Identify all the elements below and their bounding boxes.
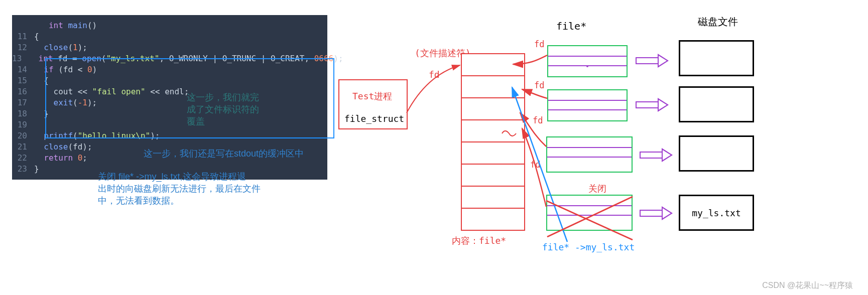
code-content: return 0;: [34, 153, 87, 164]
fd-cell-4: [461, 141, 525, 165]
fd-cell-6: [461, 186, 525, 209]
content-filestar: 内容：file*: [452, 235, 506, 247]
code-line: 13 int fd = open("my_ls.txt", O_WRONLY |…: [12, 53, 327, 64]
disk-file-0: [679, 40, 754, 76]
line-number: 22: [12, 153, 34, 164]
line-number: 15: [12, 75, 34, 86]
code-content: cout << "fail open" << endl;: [34, 86, 189, 97]
fd-small-2: fd: [533, 115, 543, 125]
code-content: {: [34, 31, 39, 42]
disk-file-1: [679, 86, 754, 122]
annotation-closefd: 关闭 file* ->my_ls.txt,这会导致进程退 出时的向磁盘刷新无法进…: [98, 171, 261, 207]
code-line: 12 close(1);: [12, 42, 327, 53]
file-struct-2: [546, 136, 633, 173]
code-line: 15 {: [12, 75, 327, 86]
header-filestar: file*: [556, 20, 586, 32]
arrow-to-disk-3: [640, 208, 673, 219]
line-number: 11: [12, 31, 34, 42]
header-disk: 磁盘文件: [698, 15, 738, 29]
arrow-to-disk-2: [640, 150, 673, 161]
myls-filestar: file* ->my_ls.txt: [542, 242, 635, 252]
code-line: int main(): [12, 20, 327, 31]
line-number: 16: [12, 86, 34, 97]
line-number: 23: [12, 164, 34, 175]
code-line: 18 }: [12, 108, 327, 119]
code-content: close(1);: [34, 42, 87, 53]
fd-small-1: fd: [534, 80, 544, 90]
code-line: 19: [12, 119, 327, 130]
code-content: exit(-1);: [34, 97, 97, 108]
code-content: if (fd < 0): [34, 64, 97, 75]
fd-cell-7: [461, 208, 525, 231]
arrow-to-disk-1: [636, 99, 669, 110]
line-number: 20: [12, 130, 34, 141]
file-struct-label: file_struct: [344, 113, 404, 124]
disk-file-3: my_ls.txt: [679, 195, 754, 231]
code-content: }: [34, 108, 49, 119]
code-content: int fd = open("my_ls.txt", O_WRONLY | O_…: [29, 53, 343, 64]
line-number: 17: [12, 97, 34, 108]
code-content: close(fd);: [34, 141, 92, 153]
line-number: 13: [12, 53, 29, 64]
fd-cell-0: [461, 53, 525, 76]
annotation-step1: 这一步，我们就完 成了文件标识符的 覆盖: [187, 91, 259, 127]
watermark: CSDN @花果山~~程序猿: [762, 280, 853, 291]
code-content: {: [34, 75, 49, 86]
arrow-to-disk-0: [636, 55, 669, 66]
line-number: 12: [12, 42, 34, 53]
diagram: file* 磁盘文件 Test进程 file_struct (文件描述符) fd…: [331, 10, 863, 281]
fd-small-0: fd: [534, 39, 544, 49]
code-content: }: [34, 164, 39, 175]
disk-file-label: my_ls.txt: [692, 208, 741, 218]
code-line: 20 printf("hello linux\n");: [12, 130, 327, 141]
line-number: 19: [12, 119, 34, 130]
line-number: [12, 20, 34, 31]
code-line: 11 {: [12, 31, 327, 42]
close-label: 关闭: [588, 183, 606, 195]
code-line: 17 exit(-1);: [12, 97, 327, 108]
file-struct-3: [546, 195, 633, 231]
code-content: int main(): [34, 20, 97, 31]
fd-cell-1: [461, 75, 525, 98]
code-content: [34, 119, 39, 130]
annotation-stdout: 这一步，我们还是写在stdout的缓冲区中: [144, 147, 304, 160]
test-process-box: Test进程 file_struct: [338, 79, 408, 129]
file-struct-1: [547, 89, 628, 121]
line-number: 21: [12, 141, 34, 153]
file-struct-0: [547, 45, 628, 77]
disk-file-2: [679, 135, 754, 172]
line-number: 18: [12, 108, 34, 119]
code-line: 14 if (fd < 0): [12, 64, 327, 75]
fd-cell-3: [461, 119, 525, 142]
line-number: 14: [12, 64, 34, 75]
fd-label: fd: [429, 69, 440, 80]
fd-cell-2: [461, 97, 525, 120]
test-process-label: Test进程: [352, 90, 392, 102]
fd-small-3: fd: [530, 160, 540, 170]
fd-cell-5: [461, 164, 525, 187]
code-content: printf("hello linux\n");: [34, 130, 160, 141]
code-line: 16 cout << "fail open" << endl;: [12, 86, 327, 97]
